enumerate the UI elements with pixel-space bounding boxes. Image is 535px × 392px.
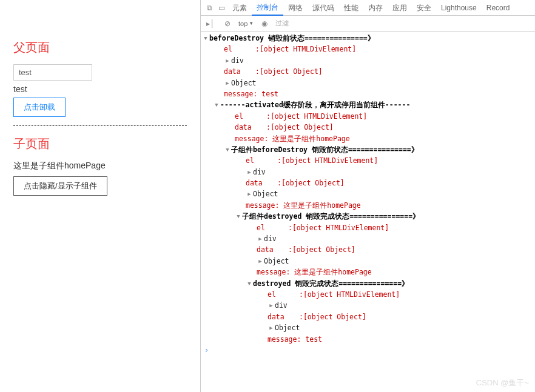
- tab-memory[interactable]: 内存: [363, 1, 388, 15]
- log-line[interactable]: message: test: [201, 334, 535, 345]
- child-desc: 这里是子组件homePage: [13, 161, 187, 171]
- log-line[interactable]: data: [object Object]: [201, 66, 535, 77]
- caret-down-icon[interactable]: [202, 34, 209, 42]
- log-line[interactable]: el: [object HTMLDivElement]: [201, 155, 535, 166]
- tab-application[interactable]: 应用: [388, 1, 412, 15]
- message-input[interactable]: [13, 64, 92, 81]
- log-group-header[interactable]: 子组件destroyed 销毁完成状态===============》: [201, 211, 535, 222]
- toggle-child-button[interactable]: 点击隐藏/显示子组件: [13, 176, 107, 196]
- child-title: 子页面: [13, 136, 187, 152]
- log-line[interactable]: el: [object HTMLDivElement]: [201, 289, 535, 300]
- clear-console-icon[interactable]: ⊘: [221, 19, 234, 28]
- log-line[interactable]: div: [201, 167, 535, 178]
- log-line[interactable]: div: [201, 300, 535, 311]
- tab-sources[interactable]: 源代码: [308, 1, 339, 15]
- log-line[interactable]: message: 这里是子组件homePage: [201, 200, 535, 211]
- log-line[interactable]: message: 这里是子组件homePage: [201, 267, 535, 277]
- devtools-panel: ⧉ ▭ 元素 控制台 网络 源代码 性能 内存 应用 安全 Lighthouse…: [200, 0, 535, 392]
- log-line[interactable]: data: [object Object]: [201, 122, 535, 133]
- inspect-icon[interactable]: ⧉: [203, 4, 215, 12]
- eye-icon[interactable]: ◉: [258, 19, 271, 28]
- caret-right-icon[interactable]: [224, 56, 231, 65]
- tab-lighthouse[interactable]: Lighthouse: [436, 1, 482, 15]
- log-line[interactable]: div: [201, 233, 535, 244]
- devtools-tab-bar: ⧉ ▭ 元素 控制台 网络 源代码 性能 内存 应用 安全 Lighthouse…: [201, 0, 535, 16]
- caret-down-icon[interactable]: [213, 101, 220, 109]
- context-selector[interactable]: top ▼: [238, 20, 254, 27]
- caret-right-icon[interactable]: [257, 257, 264, 265]
- caret-down-icon[interactable]: [246, 279, 253, 288]
- console-filter-input[interactable]: 过滤: [275, 19, 531, 28]
- app-left-panel: 父页面 test 点击卸载 子页面 这里是子组件homePage 点击隐藏/显示…: [0, 0, 200, 392]
- caret-down-icon[interactable]: [224, 145, 231, 154]
- log-group-header[interactable]: beforeDestroy 销毁前状态===============》: [201, 33, 535, 44]
- log-group-header[interactable]: 子组件beforeDestroy 销毁前状态===============》: [201, 144, 535, 155]
- log-line[interactable]: data: [object Object]: [201, 244, 535, 255]
- caret-right-icon[interactable]: [268, 324, 275, 332]
- watermark: CSDN @鱼干~: [476, 377, 529, 388]
- tab-performance[interactable]: 性能: [339, 1, 363, 15]
- console-toolbar: ▸│ ⊘ top ▼ ◉ 过滤: [201, 16, 535, 32]
- echo-text: test: [13, 84, 187, 94]
- parent-title: 父页面: [13, 39, 187, 56]
- chevron-down-icon: ▼: [249, 21, 254, 26]
- tab-console[interactable]: 控制台: [252, 0, 283, 16]
- caret-right-icon[interactable]: [268, 301, 275, 310]
- log-group-header[interactable]: ------activated缓存阶段，离开或停用当前组件------: [201, 99, 535, 110]
- log-line[interactable]: message: 这里是子组件homePage: [201, 133, 535, 144]
- console-prompt[interactable]: ›: [204, 345, 535, 356]
- divider: [13, 125, 187, 126]
- log-line[interactable]: message: test: [201, 88, 535, 99]
- tab-security[interactable]: 安全: [412, 1, 436, 15]
- caret-right-icon[interactable]: [224, 79, 231, 87]
- log-line[interactable]: data: [object Object]: [201, 311, 535, 322]
- caret-right-icon[interactable]: [246, 168, 253, 176]
- log-line[interactable]: Object: [201, 78, 535, 88]
- sidebar-toggle-icon[interactable]: ▸│: [204, 19, 217, 28]
- log-line[interactable]: el: [object HTMLDivElement]: [201, 111, 535, 122]
- device-icon[interactable]: ▭: [215, 4, 227, 12]
- log-group-header[interactable]: destroyed 销毁完成状态===============》: [201, 278, 535, 289]
- log-line[interactable]: el: [object HTMLDivElement]: [201, 44, 535, 55]
- log-line[interactable]: div: [201, 55, 535, 66]
- caret-down-icon[interactable]: [235, 212, 242, 221]
- log-line[interactable]: Object: [201, 256, 535, 267]
- tab-elements[interactable]: 元素: [227, 1, 252, 15]
- log-line[interactable]: el: [object HTMLDivElement]: [201, 222, 535, 233]
- caret-right-icon[interactable]: [257, 234, 264, 243]
- log-line[interactable]: Object: [201, 188, 535, 199]
- unload-button[interactable]: 点击卸载: [13, 98, 66, 117]
- log-line[interactable]: data: [object Object]: [201, 178, 535, 188]
- log-line[interactable]: Object: [201, 322, 535, 333]
- console-output: beforeDestroy 销毁前状态===============》 el: …: [201, 32, 535, 392]
- caret-right-icon[interactable]: [246, 190, 253, 198]
- tab-network[interactable]: 网络: [283, 1, 308, 15]
- tab-recorder[interactable]: Record: [482, 1, 515, 15]
